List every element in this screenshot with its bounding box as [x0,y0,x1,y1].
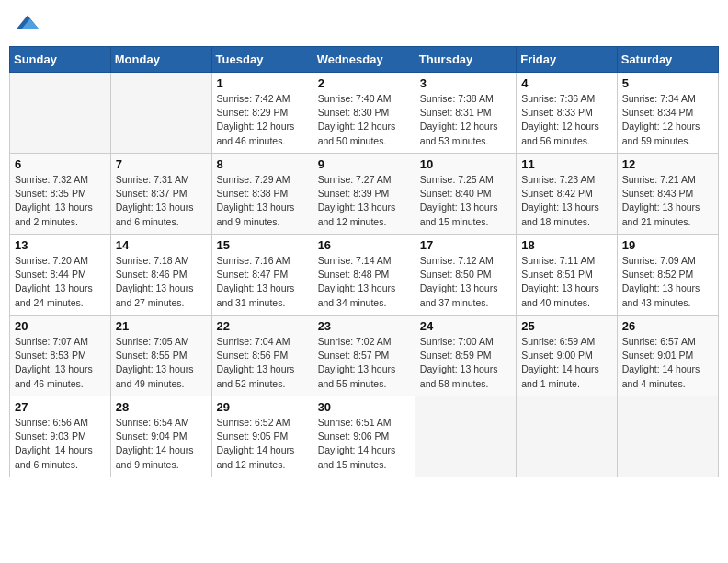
day-number: 6 [15,157,106,171]
calendar-cell: 25Sunrise: 6:59 AM Sunset: 9:00 PM Dayli… [517,316,618,396]
calendar-week-row: 1Sunrise: 7:42 AM Sunset: 8:29 PM Daylig… [10,73,719,154]
day-info: Sunrise: 7:05 AM Sunset: 8:55 PM Dayligh… [116,335,207,391]
day-info: Sunrise: 7:11 AM Sunset: 8:51 PM Dayligh… [521,254,612,310]
day-number: 20 [15,319,106,333]
calendar-cell: 23Sunrise: 7:02 AM Sunset: 8:57 PM Dayli… [313,316,415,396]
day-number: 10 [420,157,511,171]
day-info: Sunrise: 7:40 AM Sunset: 8:30 PM Dayligh… [318,92,410,148]
calendar-table: SundayMondayTuesdayWednesdayThursdayFrid… [9,46,719,477]
day-number: 12 [622,157,713,171]
calendar-cell: 30Sunrise: 6:51 AM Sunset: 9:06 PM Dayli… [313,396,415,477]
calendar-cell [10,73,111,154]
day-number: 13 [15,238,106,252]
day-info: Sunrise: 7:42 AM Sunset: 8:29 PM Dayligh… [217,92,308,148]
calendar-cell: 3Sunrise: 7:38 AM Sunset: 8:31 PM Daylig… [415,73,516,154]
calendar-week-row: 13Sunrise: 7:20 AM Sunset: 8:44 PM Dayli… [10,235,719,316]
day-number: 17 [420,238,511,252]
calendar-cell: 8Sunrise: 7:29 AM Sunset: 8:38 PM Daylig… [211,154,313,235]
weekday-header: Saturday [617,47,718,73]
day-number: 21 [116,319,207,333]
day-number: 15 [217,238,308,252]
calendar-cell: 27Sunrise: 6:56 AM Sunset: 9:03 PM Dayli… [10,396,111,477]
day-number: 18 [521,238,612,252]
calendar-week-row: 20Sunrise: 7:07 AM Sunset: 8:53 PM Dayli… [10,316,719,396]
calendar-cell [415,396,516,477]
weekday-header: Tuesday [211,47,313,73]
calendar-cell: 28Sunrise: 6:54 AM Sunset: 9:04 PM Dayli… [110,396,211,477]
day-number: 22 [217,319,308,333]
weekday-header: Friday [517,47,618,73]
day-number: 28 [116,400,207,414]
day-number: 23 [318,319,410,333]
calendar-cell: 29Sunrise: 6:52 AM Sunset: 9:05 PM Dayli… [211,396,313,477]
calendar-cell: 15Sunrise: 7:16 AM Sunset: 8:47 PM Dayli… [211,235,313,316]
day-info: Sunrise: 7:14 AM Sunset: 8:48 PM Dayligh… [318,254,410,310]
calendar-cell: 18Sunrise: 7:11 AM Sunset: 8:51 PM Dayli… [517,235,618,316]
day-info: Sunrise: 7:27 AM Sunset: 8:39 PM Dayligh… [318,173,410,229]
calendar-cell: 20Sunrise: 7:07 AM Sunset: 8:53 PM Dayli… [10,316,111,396]
day-number: 7 [116,157,207,171]
day-number: 24 [420,319,511,333]
calendar-cell: 17Sunrise: 7:12 AM Sunset: 8:50 PM Dayli… [415,235,516,316]
day-info: Sunrise: 7:18 AM Sunset: 8:46 PM Dayligh… [116,254,207,310]
day-number: 19 [622,238,713,252]
day-info: Sunrise: 7:07 AM Sunset: 8:53 PM Dayligh… [15,335,106,391]
calendar-week-row: 27Sunrise: 6:56 AM Sunset: 9:03 PM Dayli… [10,396,719,477]
calendar-cell [617,396,718,477]
day-info: Sunrise: 7:20 AM Sunset: 8:44 PM Dayligh… [15,254,106,310]
calendar-cell: 26Sunrise: 6:57 AM Sunset: 9:01 PM Dayli… [617,316,718,396]
day-number: 2 [318,76,410,90]
weekday-header: Monday [110,47,211,73]
day-info: Sunrise: 7:36 AM Sunset: 8:33 PM Dayligh… [521,92,612,148]
day-number: 8 [217,157,308,171]
calendar-cell: 1Sunrise: 7:42 AM Sunset: 8:29 PM Daylig… [211,73,313,154]
day-number: 27 [15,400,106,414]
calendar-cell: 24Sunrise: 7:00 AM Sunset: 8:59 PM Dayli… [415,316,516,396]
calendar-cell: 5Sunrise: 7:34 AM Sunset: 8:34 PM Daylig… [617,73,718,154]
day-number: 1 [217,76,308,90]
calendar-cell: 11Sunrise: 7:23 AM Sunset: 8:42 PM Dayli… [517,154,618,235]
calendar-cell: 7Sunrise: 7:31 AM Sunset: 8:37 PM Daylig… [110,154,211,235]
calendar-week-row: 6Sunrise: 7:32 AM Sunset: 8:35 PM Daylig… [10,154,719,235]
day-info: Sunrise: 7:34 AM Sunset: 8:34 PM Dayligh… [622,92,713,148]
page-header [9,9,719,39]
day-info: Sunrise: 7:38 AM Sunset: 8:31 PM Dayligh… [420,92,511,148]
day-info: Sunrise: 7:02 AM Sunset: 8:57 PM Dayligh… [318,335,410,391]
day-number: 4 [521,76,612,90]
day-number: 11 [521,157,612,171]
day-number: 30 [318,400,410,414]
day-number: 25 [521,319,612,333]
weekday-header: Thursday [415,47,516,73]
calendar-cell: 10Sunrise: 7:25 AM Sunset: 8:40 PM Dayli… [415,154,516,235]
day-info: Sunrise: 6:59 AM Sunset: 9:00 PM Dayligh… [521,335,612,391]
calendar-cell: 6Sunrise: 7:32 AM Sunset: 8:35 PM Daylig… [10,154,111,235]
day-info: Sunrise: 7:21 AM Sunset: 8:43 PM Dayligh… [622,173,713,229]
calendar-cell [110,73,211,154]
weekday-header: Wednesday [313,47,415,73]
day-info: Sunrise: 7:31 AM Sunset: 8:37 PM Dayligh… [116,173,207,229]
logo-icon [15,9,40,35]
day-info: Sunrise: 7:12 AM Sunset: 8:50 PM Dayligh… [420,254,511,310]
logo [13,9,40,39]
calendar-cell: 13Sunrise: 7:20 AM Sunset: 8:44 PM Dayli… [10,235,111,316]
day-info: Sunrise: 7:29 AM Sunset: 8:38 PM Dayligh… [217,173,308,229]
calendar-cell: 2Sunrise: 7:40 AM Sunset: 8:30 PM Daylig… [313,73,415,154]
calendar-cell: 9Sunrise: 7:27 AM Sunset: 8:39 PM Daylig… [313,154,415,235]
calendar-cell: 4Sunrise: 7:36 AM Sunset: 8:33 PM Daylig… [517,73,618,154]
calendar-cell: 14Sunrise: 7:18 AM Sunset: 8:46 PM Dayli… [110,235,211,316]
calendar-cell: 21Sunrise: 7:05 AM Sunset: 8:55 PM Dayli… [110,316,211,396]
day-info: Sunrise: 7:32 AM Sunset: 8:35 PM Dayligh… [15,173,106,229]
day-number: 26 [622,319,713,333]
day-info: Sunrise: 7:04 AM Sunset: 8:56 PM Dayligh… [217,335,308,391]
calendar-cell: 19Sunrise: 7:09 AM Sunset: 8:52 PM Dayli… [617,235,718,316]
day-info: Sunrise: 6:52 AM Sunset: 9:05 PM Dayligh… [217,416,308,472]
day-info: Sunrise: 6:51 AM Sunset: 9:06 PM Dayligh… [318,416,410,472]
day-info: Sunrise: 7:23 AM Sunset: 8:42 PM Dayligh… [521,173,612,229]
day-info: Sunrise: 6:56 AM Sunset: 9:03 PM Dayligh… [15,416,106,472]
day-info: Sunrise: 7:09 AM Sunset: 8:52 PM Dayligh… [622,254,713,310]
day-number: 14 [116,238,207,252]
calendar-cell: 16Sunrise: 7:14 AM Sunset: 8:48 PM Dayli… [313,235,415,316]
day-number: 9 [318,157,410,171]
calendar-cell: 12Sunrise: 7:21 AM Sunset: 8:43 PM Dayli… [617,154,718,235]
day-info: Sunrise: 7:00 AM Sunset: 8:59 PM Dayligh… [420,335,511,391]
